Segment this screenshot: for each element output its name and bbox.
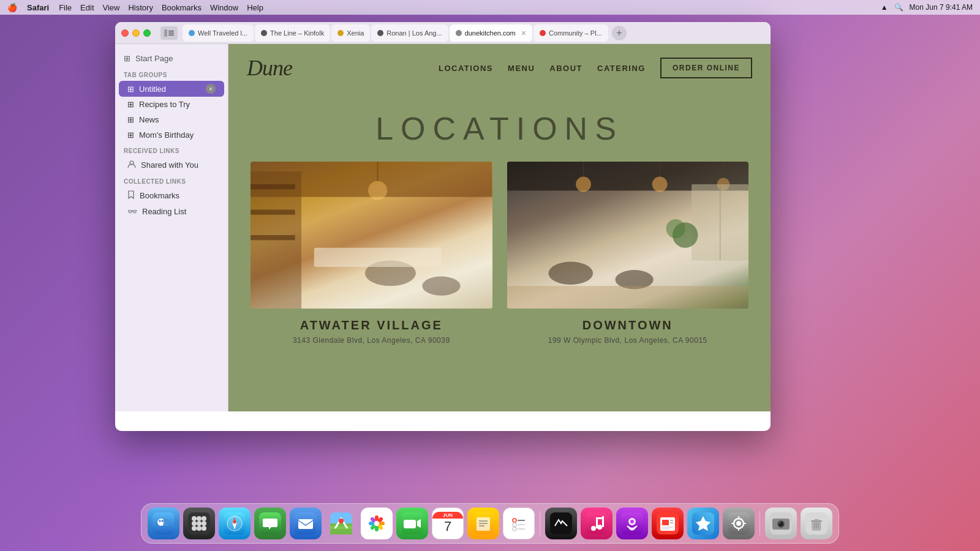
tab-group-icon: ⊞ bbox=[127, 115, 134, 124]
start-page-link[interactable]: ⊞ Start Page bbox=[115, 50, 228, 67]
collected-links-section-label: Collected Links bbox=[115, 173, 228, 187]
menu-bookmarks[interactable]: Bookmarks bbox=[162, 3, 202, 12]
dock-mail[interactable] bbox=[290, 508, 322, 539]
menu-edit[interactable]: Edit bbox=[80, 3, 94, 12]
menu-help[interactable]: Help bbox=[247, 3, 263, 12]
tab-community[interactable]: Community – Pl... bbox=[533, 24, 608, 42]
app-name[interactable]: Safari bbox=[27, 3, 49, 12]
sidebar-item-recipes[interactable]: ⊞ Recipes to Try bbox=[119, 97, 224, 112]
dock-appletv[interactable] bbox=[545, 508, 577, 539]
dock-trash[interactable] bbox=[801, 508, 832, 539]
received-links-section-label: Received Links bbox=[115, 143, 228, 157]
tab-xenia[interactable]: Xenia bbox=[331, 24, 370, 42]
sidebar-item-untitled[interactable]: ⊞ Untitled × bbox=[119, 81, 224, 97]
tab-group-icon: ⊞ bbox=[127, 100, 134, 109]
dock-appstore[interactable] bbox=[687, 508, 719, 539]
bookmarks-label: Bookmarks bbox=[140, 191, 216, 200]
dock-finder[interactable] bbox=[148, 508, 179, 539]
dock-facetime[interactable] bbox=[396, 508, 428, 539]
recipes-label: Recipes to Try bbox=[139, 100, 216, 109]
downtown-address: 199 W Olympic Blvd, Los Angeles, CA 9001… bbox=[548, 336, 707, 345]
svg-rect-70 bbox=[477, 517, 490, 531]
svg-rect-2 bbox=[168, 32, 174, 34]
menu-history[interactable]: History bbox=[128, 3, 153, 12]
traffic-lights bbox=[121, 29, 151, 37]
tab-group-icon: ⊞ bbox=[127, 130, 134, 140]
sidebar-toggle-button[interactable] bbox=[160, 26, 178, 40]
start-page-label: Start Page bbox=[135, 54, 173, 63]
svg-point-43 bbox=[197, 526, 202, 531]
menubar-time: Mon Jun 7 9:41 AM bbox=[910, 3, 973, 12]
nav-link-about[interactable]: ABOUT bbox=[549, 64, 582, 73]
dock-photosbooth[interactable] bbox=[765, 508, 797, 539]
menu-window[interactable]: Window bbox=[210, 3, 238, 12]
svg-point-11 bbox=[422, 276, 460, 295]
sidebar-item-news[interactable]: ⊞ News bbox=[119, 112, 224, 127]
svg-point-42 bbox=[192, 526, 197, 531]
apple-menu[interactable]: 🍎 bbox=[7, 3, 17, 12]
tab-ronan[interactable]: Ronan | Los Ang... bbox=[371, 24, 448, 42]
svg-point-17 bbox=[652, 176, 667, 192]
locations-hero-title: LOCATIONS bbox=[228, 92, 771, 162]
tab-well-traveled[interactable]: Well Traveled l... bbox=[183, 24, 254, 42]
untitled-label: Untitled bbox=[139, 84, 201, 94]
close-button[interactable] bbox=[121, 29, 129, 37]
shared-with-you-label: Shared with You bbox=[141, 160, 216, 170]
svg-rect-0 bbox=[164, 29, 167, 37]
browser-chrome: Well Traveled l... The Line – Kinfolk Xe… bbox=[115, 22, 771, 44]
mac-menubar: 🍎 Safari File Edit View History Bookmark… bbox=[0, 0, 980, 15]
dock-music[interactable] bbox=[581, 508, 612, 539]
wifi-icon: ▲ bbox=[881, 3, 888, 12]
locations-grid: ATWATER VILLAGE 3143 Glendale Blvd, Los … bbox=[228, 162, 771, 357]
order-online-button[interactable]: ORDER ONLINE bbox=[660, 58, 752, 78]
remove-group-button[interactable]: × bbox=[206, 84, 216, 94]
reading-list-icon: 👓 bbox=[127, 207, 137, 216]
svg-rect-74 bbox=[508, 512, 530, 534]
svg-point-13 bbox=[368, 181, 387, 200]
menu-file[interactable]: File bbox=[59, 3, 72, 12]
dock-notes[interactable] bbox=[467, 508, 499, 539]
sidebar-item-moms-birthday[interactable]: ⊞ Mom's Birthday bbox=[119, 127, 224, 143]
sidebar-item-shared-with-you[interactable]: Shared with You bbox=[119, 157, 224, 173]
dock-podcasts[interactable] bbox=[616, 508, 648, 539]
web-content[interactable]: Dune LOCATIONS MENU ABOUT CATERING ORDER… bbox=[228, 44, 771, 411]
menu-view[interactable]: View bbox=[103, 3, 120, 12]
svg-rect-1 bbox=[168, 31, 174, 32]
dock-reminders[interactable] bbox=[503, 508, 535, 539]
dune-navigation: Dune LOCATIONS MENU ABOUT CATERING ORDER… bbox=[228, 44, 771, 92]
sidebar-item-bookmarks[interactable]: Bookmarks bbox=[119, 187, 224, 204]
tabs-bar: Well Traveled l... The Line – Kinfolk Xe… bbox=[183, 24, 764, 42]
nav-link-catering[interactable]: CATERING bbox=[597, 64, 646, 73]
sidebar-item-reading-list[interactable]: 👓 Reading List bbox=[119, 204, 224, 219]
atwater-image bbox=[251, 162, 492, 309]
dock-photos[interactable] bbox=[361, 508, 393, 539]
svg-point-33 bbox=[159, 520, 161, 522]
tab-kinfolk[interactable]: The Line – Kinfolk bbox=[255, 24, 330, 42]
calendar-month: JUN bbox=[432, 512, 463, 519]
shared-icon bbox=[127, 160, 136, 170]
dock-calendar[interactable]: JUN 7 bbox=[432, 508, 464, 539]
svg-point-24 bbox=[548, 262, 593, 285]
dock-launchpad[interactable] bbox=[183, 508, 215, 539]
svg-rect-114 bbox=[814, 519, 819, 521]
location-card-downtown: DOWNTOWN 199 W Olympic Blvd, Los Angeles… bbox=[500, 162, 756, 357]
svg-point-84 bbox=[597, 525, 602, 530]
dock-safari[interactable] bbox=[219, 508, 251, 539]
dock: JUN 7 bbox=[141, 503, 839, 544]
fullscreen-button[interactable] bbox=[143, 29, 151, 37]
dock-maps[interactable] bbox=[325, 508, 357, 539]
nav-link-locations[interactable]: LOCATIONS bbox=[439, 64, 493, 73]
dock-sysprefs[interactable] bbox=[723, 508, 755, 539]
nav-link-menu[interactable]: MENU bbox=[508, 64, 535, 73]
svg-rect-104 bbox=[731, 523, 734, 524]
minimize-button[interactable] bbox=[132, 29, 140, 37]
atwater-village-name: ATWATER VILLAGE bbox=[300, 318, 443, 332]
svg-point-38 bbox=[202, 516, 206, 521]
dock-messages[interactable] bbox=[254, 508, 286, 539]
tab-dune[interactable]: dunekitchen.com × bbox=[450, 24, 532, 42]
tab-close-icon[interactable]: × bbox=[521, 28, 526, 38]
dock-news[interactable] bbox=[652, 508, 684, 539]
search-icon[interactable]: 🔍 bbox=[894, 3, 903, 12]
add-tab-button[interactable]: + bbox=[612, 26, 627, 40]
dock-divider bbox=[540, 511, 540, 536]
